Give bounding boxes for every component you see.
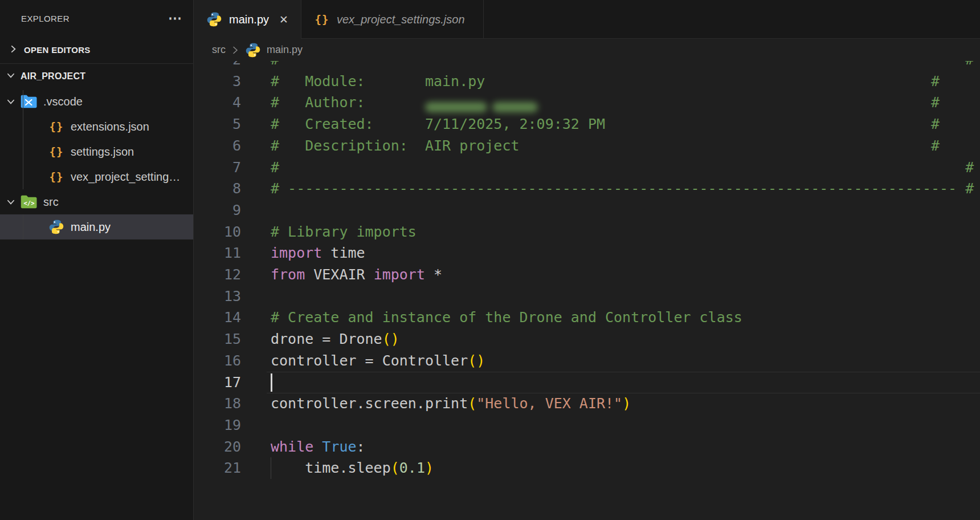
line-number: 21 — [194, 457, 241, 479]
code-line-5[interactable]: 5# Created: 7/11/2025, 2:09:32 PM # — [194, 113, 980, 135]
tree-item-label: vex_project_settings.json — [71, 170, 185, 184]
line-number: 3 — [194, 71, 241, 92]
author-redacted-blur — [425, 96, 545, 108]
code-line-text: # Module: main.py # — [271, 71, 940, 92]
explorer-header: EXPLORER ⋯ — [0, 0, 193, 36]
tree-item-label: src — [43, 196, 59, 209]
tree-indent-guide — [23, 214, 23, 239]
line-number: 6 — [194, 135, 241, 157]
ellipsis-icon[interactable]: ⋯ — [168, 15, 183, 21]
json-icon: {} — [48, 118, 65, 135]
workspace-root-row[interactable]: AIR_PROJECT — [0, 64, 193, 89]
file-tree: .vscode{}extensions.json{}settings.json{… — [0, 89, 193, 239]
code-line-7[interactable]: 7# # — [194, 157, 980, 178]
tree-item-vex-project-settings-json[interactable]: {}vex_project_settings.json — [0, 164, 193, 189]
text-cursor — [271, 373, 272, 392]
breadcrumb-item-src[interactable]: src — [212, 44, 226, 56]
line-number: 18 — [194, 393, 241, 415]
code-line-text: drone = Drone() — [271, 328, 399, 350]
tree-item--vscode[interactable]: .vscode — [0, 89, 193, 114]
code-line-4[interactable]: 4# Author: # — [194, 92, 980, 113]
code-line-20[interactable]: 20while True: — [194, 436, 980, 458]
tree-item-extensions-json[interactable]: {}extensions.json — [0, 114, 193, 139]
code-line-19[interactable]: 19 — [194, 415, 980, 436]
tab-label: vex_project_settings.json — [337, 13, 465, 26]
open-editors-label: OPEN EDITORS — [24, 45, 91, 55]
current-line-border — [267, 372, 980, 372]
tree-item-label: extensions.json — [71, 120, 149, 133]
tab-bar: main.py ✕ {} vex_project_settings.json — [194, 0, 980, 39]
python-icon — [245, 42, 261, 58]
line-number: 10 — [194, 221, 241, 243]
workspace-root-label: AIR_PROJECT — [21, 71, 85, 82]
tree-item-label: main.py — [71, 221, 111, 234]
python-icon — [48, 218, 65, 235]
code-line-text: # Created: 7/11/2025, 2:09:32 PM # — [271, 113, 940, 135]
line-number: 19 — [194, 415, 241, 436]
code-line-text: # # — [271, 61, 974, 71]
json-icon: {} — [314, 11, 330, 27]
svg-text:</>: </> — [24, 200, 35, 206]
code-line-13[interactable]: 13 — [194, 286, 980, 307]
code-line-17[interactable]: 17 — [194, 372, 980, 393]
code-line-text: # # — [271, 157, 974, 178]
code-line-3[interactable]: 3# Module: main.py # — [194, 71, 980, 92]
tree-item-label: settings.json — [71, 145, 134, 159]
close-icon[interactable]: ✕ — [277, 12, 291, 27]
code-line-text: # Author: # — [271, 92, 940, 113]
code-line-21[interactable]: 21 time.sleep(0.1) — [194, 457, 980, 479]
editor-group: main.py ✕ {} vex_project_settings.json s… — [194, 0, 980, 520]
chevron-right-icon — [231, 45, 239, 55]
tree-item-label: .vscode — [43, 95, 83, 108]
code-line-text: controller = Controller() — [271, 350, 485, 372]
code-line-10[interactable]: 10# Library imports — [194, 221, 980, 243]
code-line-text: # --------------------------------------… — [271, 178, 974, 200]
code-line-12[interactable]: 12from VEXAIR import * — [194, 264, 980, 286]
line-number: 13 — [194, 286, 241, 307]
python-icon — [206, 11, 222, 27]
chevron-right-icon[interactable] — [8, 44, 18, 56]
line-number: 4 — [194, 92, 241, 113]
code-line-text: # Create and instance of the Drone and C… — [271, 307, 742, 328]
code-line-14[interactable]: 14# Create and instance of the Drone and… — [194, 307, 980, 328]
code-line-15[interactable]: 15drone = Drone() — [194, 328, 980, 350]
json-icon: {} — [48, 168, 65, 185]
breadcrumb: src main.py — [194, 39, 980, 61]
breadcrumb-item-main-py[interactable]: main.py — [267, 44, 303, 56]
code-line-text: time.sleep(0.1) — [271, 457, 434, 479]
code-line-text: controller.screen.print("Hello, VEX AIR!… — [271, 393, 631, 415]
code-line-2[interactable]: 2# # — [194, 61, 980, 71]
code-line-text: from VEXAIR import * — [271, 264, 442, 286]
line-number: 9 — [194, 200, 241, 221]
code-line-6[interactable]: 6# Description: AIR project # — [194, 135, 980, 157]
folder-src-icon: </> — [21, 193, 38, 210]
line-number: 7 — [194, 157, 241, 178]
code-line-16[interactable]: 16controller = Controller() — [194, 350, 980, 372]
code-line-11[interactable]: 11import time — [194, 242, 980, 264]
line-number: 20 — [194, 436, 241, 458]
code-line-text: # Description: AIR project # — [271, 135, 940, 157]
chevron-down-icon[interactable] — [6, 197, 16, 207]
chevron-down-icon[interactable] — [6, 96, 16, 107]
line-number: 15 — [194, 328, 241, 350]
tree-item-src[interactable]: </>src — [0, 189, 193, 214]
tab-label: main.py — [229, 13, 269, 26]
tree-item-settings-json[interactable]: {}settings.json — [0, 139, 193, 164]
tree-item-main-py[interactable]: main.py — [0, 214, 193, 239]
code-line-18[interactable]: 18controller.screen.print("Hello, VEX AI… — [194, 393, 980, 415]
line-number: 2 — [194, 61, 241, 71]
line-number: 16 — [194, 350, 241, 372]
code-line-text: import time — [271, 242, 365, 264]
code-line-9[interactable]: 9 — [194, 200, 980, 221]
tab-main-py[interactable]: main.py ✕ — [194, 0, 301, 39]
code-line-8[interactable]: 8# -------------------------------------… — [194, 178, 980, 200]
chevron-down-icon[interactable] — [6, 70, 16, 83]
code-editor[interactable]: 2# #3# Module: main.py #4# Author: — [194, 61, 980, 520]
line-number: 14 — [194, 307, 241, 328]
line-number: 8 — [194, 178, 241, 200]
open-editors-section[interactable]: OPEN EDITORS — [0, 36, 193, 64]
explorer-sidebar: EXPLORER ⋯ OPEN EDITORS AIR_PROJECT .vsc… — [0, 0, 194, 520]
tab-vex-project-settings-json[interactable]: {} vex_project_settings.json — [301, 0, 484, 39]
code-line-text: while True: — [271, 436, 365, 458]
line-number: 17 — [194, 372, 241, 393]
